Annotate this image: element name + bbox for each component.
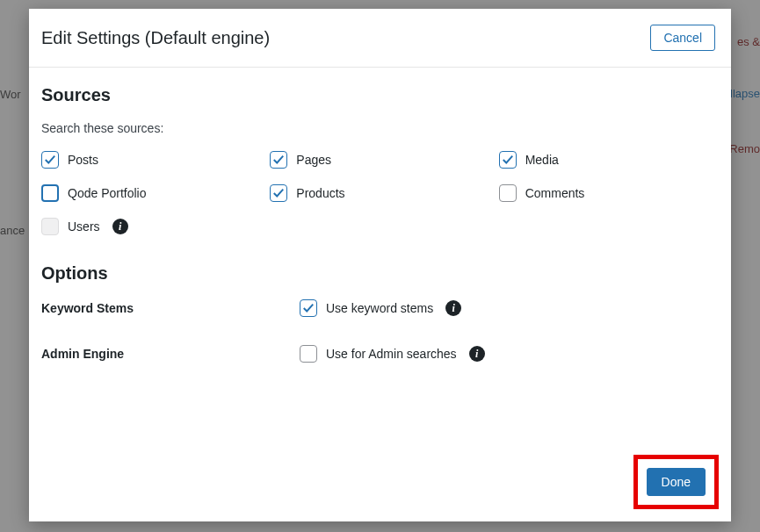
checkbox-qode-portfolio[interactable] xyxy=(41,184,59,202)
label-media: Media xyxy=(525,153,559,167)
modal-header: Edit Settings (Default engine) Cancel xyxy=(29,9,731,68)
done-button[interactable]: Done xyxy=(647,468,706,496)
checkbox-admin-engine[interactable] xyxy=(300,345,317,363)
source-qode-portfolio: Qode Portfolio xyxy=(41,184,261,202)
keyword-stems-label: Keyword Stems xyxy=(41,301,300,315)
admin-engine-row: Admin Engine Use for Admin searches i xyxy=(41,345,719,363)
sources-grid: Posts Pages Media Qode Portfolio xyxy=(41,151,719,235)
source-media: Media xyxy=(499,151,719,169)
modal-footer: Done xyxy=(29,455,731,521)
checkbox-media[interactable] xyxy=(499,151,517,169)
source-pages: Pages xyxy=(270,151,489,169)
info-icon[interactable]: i xyxy=(112,219,128,234)
label-admin-engine: Use for Admin searches xyxy=(326,347,457,361)
checkbox-products[interactable] xyxy=(270,184,287,202)
source-comments: Comments xyxy=(499,184,719,202)
done-highlight: Done xyxy=(633,455,719,509)
label-qode-portfolio: Qode Portfolio xyxy=(68,186,147,200)
label-posts: Posts xyxy=(68,153,98,167)
info-icon[interactable]: i xyxy=(469,346,485,362)
checkbox-keyword-stems[interactable] xyxy=(300,299,317,317)
keyword-stems-row: Keyword Stems Use keyword stems i xyxy=(41,299,719,317)
options-heading: Options xyxy=(41,263,719,284)
keyword-stems-option: Use keyword stems i xyxy=(300,299,461,317)
sources-subtext: Search these sources: xyxy=(41,121,719,135)
label-products: Products xyxy=(296,186,344,200)
label-pages: Pages xyxy=(296,153,331,167)
info-icon[interactable]: i xyxy=(445,300,461,316)
sources-heading: Sources xyxy=(41,85,719,105)
source-posts: Posts xyxy=(41,151,261,169)
label-comments: Comments xyxy=(525,186,585,200)
checkbox-users xyxy=(41,218,59,235)
checkbox-posts[interactable] xyxy=(41,151,59,169)
checkbox-comments[interactable] xyxy=(499,184,517,202)
label-keyword-stems: Use keyword stems xyxy=(326,301,433,315)
checkbox-pages[interactable] xyxy=(270,151,287,169)
check-icon xyxy=(302,302,315,314)
modal-title: Edit Settings (Default engine) xyxy=(41,28,270,48)
check-icon xyxy=(272,187,285,199)
check-icon xyxy=(502,154,514,166)
admin-engine-option: Use for Admin searches i xyxy=(300,345,485,363)
admin-engine-label: Admin Engine xyxy=(41,347,300,361)
label-users: Users xyxy=(68,219,100,234)
check-icon xyxy=(272,154,285,166)
source-users: Users i xyxy=(41,218,261,235)
modal-body: Sources Search these sources: Posts Page… xyxy=(29,68,731,455)
cancel-button[interactable]: Cancel xyxy=(650,25,715,51)
source-products: Products xyxy=(270,184,489,202)
check-icon xyxy=(44,154,56,166)
edit-settings-modal: Edit Settings (Default engine) Cancel So… xyxy=(29,9,731,521)
